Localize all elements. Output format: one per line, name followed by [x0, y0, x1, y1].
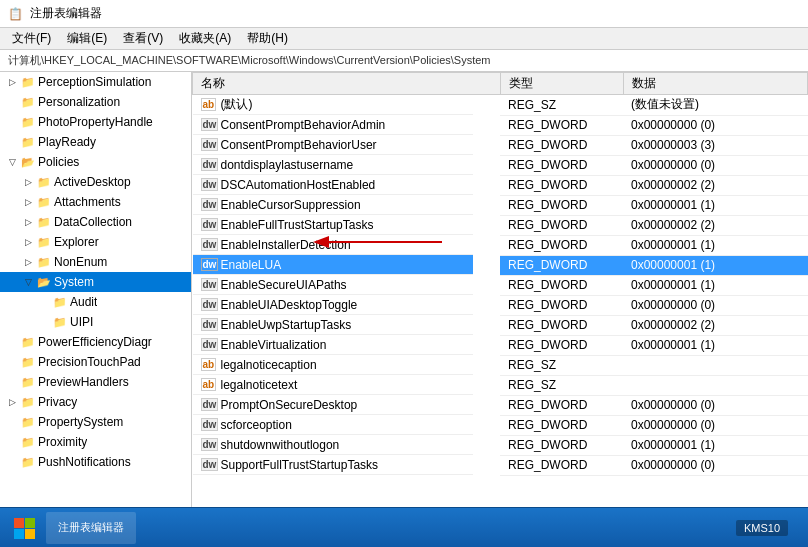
table-row[interactable]: ablegalnoticetextREG_SZ: [193, 375, 808, 395]
folder-icon: 📁: [20, 394, 36, 410]
table-row[interactable]: dwEnableSecureUIAPathsREG_DWORD0x0000000…: [193, 275, 808, 295]
cell-data: [623, 355, 808, 375]
cell-type: REG_SZ: [500, 355, 623, 375]
tree-item-photopropertyhandle[interactable]: 📁 PhotoPropertyHandle: [0, 112, 191, 132]
tree-label: PowerEfficiencyDiagr: [38, 335, 152, 349]
table-row[interactable]: dwEnableInstallerDetectionREG_DWORD0x000…: [193, 235, 808, 255]
tree-item-precisiontouchpad[interactable]: 📁 PrecisionTouchPad: [0, 352, 191, 372]
reg-type-icon: dw: [201, 417, 217, 433]
table-row[interactable]: dwEnableUwpStartupTasksREG_DWORD0x000000…: [193, 315, 808, 335]
table-row[interactable]: dwEnableFullTrustStartupTasksREG_DWORD0x…: [193, 215, 808, 235]
table-row[interactable]: dwConsentPromptBehaviorAdminREG_DWORD0x0…: [193, 115, 808, 135]
table-row[interactable]: dwEnableCursorSuppressionREG_DWORD0x0000…: [193, 195, 808, 215]
tree-label: Policies: [38, 155, 79, 169]
cell-data: 0x00000001 (1): [623, 195, 808, 215]
cell-name: ablegalnoticetext: [193, 375, 473, 395]
cell-type: REG_DWORD: [500, 115, 623, 135]
cell-name: dwshutdownwithoutlogon: [193, 435, 473, 455]
reg-name-text: (默认): [221, 96, 253, 113]
tree-item-policies[interactable]: ▽ 📂 Policies: [0, 152, 191, 172]
reg-name-text: ConsentPromptBehaviorAdmin: [221, 118, 386, 132]
tree-item-system[interactable]: ▽ 📂 System: [0, 272, 191, 292]
tree-expander: ▷: [20, 177, 36, 187]
reg-type-icon: dw: [201, 197, 217, 213]
cell-name: dwSupportFullTrustStartupTasks: [193, 455, 473, 475]
cell-name: dwEnableUwpStartupTasks: [193, 315, 473, 335]
tree-item-powerefficiencydiagr[interactable]: 📁 PowerEfficiencyDiagr: [0, 332, 191, 352]
table-row[interactable]: dwscforceoptionREG_DWORD0x00000000 (0): [193, 415, 808, 435]
tree-item-activedesktop[interactable]: ▷ 📁 ActiveDesktop: [0, 172, 191, 192]
table-row[interactable]: dwEnableLUAREG_DWORD0x00000001 (1): [193, 255, 808, 275]
reg-name-text: dontdisplaylastusername: [221, 158, 354, 172]
reg-name-text: EnableFullTrustStartupTasks: [221, 218, 374, 232]
tree-label: Explorer: [54, 235, 99, 249]
cell-type: REG_DWORD: [500, 175, 623, 195]
menu-help[interactable]: 帮助(H): [239, 28, 296, 49]
menu-bar: 文件(F) 编辑(E) 查看(V) 收藏夹(A) 帮助(H): [0, 28, 808, 50]
tree-item-uipi[interactable]: 📁 UIPI: [0, 312, 191, 332]
table-row[interactable]: dwEnableVirtualizationREG_DWORD0x0000000…: [193, 335, 808, 355]
folder-icon: 📁: [20, 334, 36, 350]
cell-data: 0x00000001 (1): [623, 255, 808, 275]
tree-item-attachments[interactable]: ▷ 📁 Attachments: [0, 192, 191, 212]
cell-data: [623, 375, 808, 395]
tree-item-pushnotifications[interactable]: 📁 PushNotifications: [0, 452, 191, 472]
cell-type: REG_DWORD: [500, 195, 623, 215]
folder-icon: 📁: [36, 254, 52, 270]
cell-data: (数值未设置): [623, 95, 808, 116]
tree-item-personalization[interactable]: 📁 Personalization: [0, 92, 191, 112]
tree-item-privacy[interactable]: ▷ 📁 Privacy: [0, 392, 191, 412]
table-row[interactable]: dwEnableUIADesktopToggleREG_DWORD0x00000…: [193, 295, 808, 315]
cell-type: REG_DWORD: [500, 435, 623, 455]
tree-label: PrecisionTouchPad: [38, 355, 141, 369]
cell-type: REG_DWORD: [500, 335, 623, 355]
tree-item-datacollection[interactable]: ▷ 📁 DataCollection: [0, 212, 191, 232]
tree-label: System: [54, 275, 94, 289]
tree-item-audit[interactable]: 📁 Audit: [0, 292, 191, 312]
reg-type-icon: dw: [201, 317, 217, 333]
cell-type: REG_DWORD: [500, 155, 623, 175]
table-row[interactable]: dwConsentPromptBehaviorUserREG_DWORD0x00…: [193, 135, 808, 155]
folder-icon: 📁: [36, 214, 52, 230]
table-row[interactable]: dwPromptOnSecureDesktopREG_DWORD0x000000…: [193, 395, 808, 415]
reg-name-text: PromptOnSecureDesktop: [221, 398, 358, 412]
folder-icon: 📁: [20, 354, 36, 370]
table-row[interactable]: ab(默认)REG_SZ(数值未设置): [193, 95, 808, 116]
folder-icon: 📁: [20, 414, 36, 430]
taskbar-tray: KMS10: [736, 520, 804, 536]
tree-item-previewhandlers[interactable]: 📁 PreviewHandlers: [0, 372, 191, 392]
folder-icon: 📂: [36, 274, 52, 290]
reg-name-text: EnableVirtualization: [221, 338, 327, 352]
folder-icon: 📂: [20, 154, 36, 170]
cell-data: 0x00000002 (2): [623, 315, 808, 335]
path-bar: 计算机\HKEY_LOCAL_MACHINE\SOFTWARE\Microsof…: [0, 50, 808, 72]
cell-name: dwdontdisplaylastusername: [193, 155, 473, 175]
taskbar-regedit-button[interactable]: 注册表编辑器: [46, 512, 136, 544]
table-row[interactable]: dwshutdownwithoutlogonREG_DWORD0x0000000…: [193, 435, 808, 455]
reg-name-text: shutdownwithoutlogon: [221, 438, 340, 452]
tree-item-nonenum[interactable]: ▷ 📁 NonEnum: [0, 252, 191, 272]
tree-item-proximity[interactable]: 📁 Proximity: [0, 432, 191, 452]
tree-item-perceptionsimulation[interactable]: ▷ 📁 PerceptionSimulation: [0, 72, 191, 92]
table-row[interactable]: ablegalnoticecaptionREG_SZ: [193, 355, 808, 375]
menu-favorites[interactable]: 收藏夹(A): [171, 28, 239, 49]
cell-type: REG_DWORD: [500, 215, 623, 235]
table-row[interactable]: dwSupportFullTrustStartupTasksREG_DWORD0…: [193, 455, 808, 475]
reg-type-icon: ab: [201, 97, 217, 113]
start-button[interactable]: [4, 510, 44, 546]
kms-label: KMS10: [736, 520, 788, 536]
table-pane[interactable]: 名称 类型 数据 ab(默认)REG_SZ(数值未设置)dwConsentPro…: [192, 72, 808, 547]
table-row[interactable]: dwDSCAutomationHostEnabledREG_DWORD0x000…: [193, 175, 808, 195]
tree-pane[interactable]: ▷ 📁 PerceptionSimulation 📁 Personalizati…: [0, 72, 192, 547]
menu-edit[interactable]: 编辑(E): [59, 28, 115, 49]
tree-item-propertysystem[interactable]: 📁 PropertySystem: [0, 412, 191, 432]
cell-type: REG_DWORD: [500, 275, 623, 295]
reg-name-text: EnableInstallerDetection: [221, 238, 351, 252]
table-row[interactable]: dwdontdisplaylastusernameREG_DWORD0x0000…: [193, 155, 808, 175]
tree-item-playready[interactable]: 📁 PlayReady: [0, 132, 191, 152]
menu-view[interactable]: 查看(V): [115, 28, 171, 49]
reg-name-text: legalnoticetext: [221, 378, 298, 392]
menu-file[interactable]: 文件(F): [4, 28, 59, 49]
cell-name: dwEnableLUA: [193, 255, 473, 275]
tree-item-explorer[interactable]: ▷ 📁 Explorer: [0, 232, 191, 252]
